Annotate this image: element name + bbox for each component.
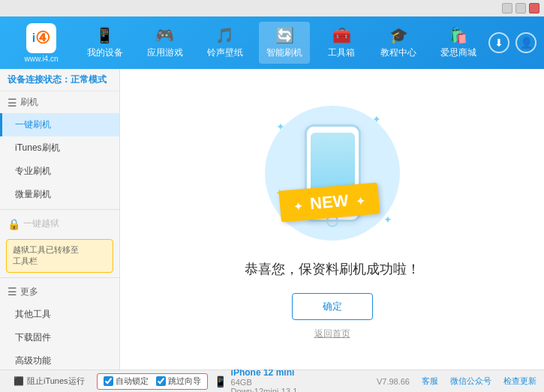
maximize-btn[interactable] (515, 3, 526, 13)
skip-wizard-label: 跳过向导 (168, 376, 201, 387)
jailbreak-section-icon: 🔒 (8, 218, 20, 230)
sparkle-icon-3: ✦ (383, 214, 392, 226)
status-label: 设备连接状态： (8, 74, 71, 85)
new-ribbon-stars-left: ✦ (293, 200, 302, 213)
skip-wizard-checkbox-item[interactable]: 跳过向导 (156, 376, 201, 387)
sparkle-icon-1: ✦ (276, 121, 285, 133)
jailbreak-info-text: 越狱工具已转移至工具栏 (13, 245, 79, 265)
nav-label-ringtones: 铃声壁纸 (207, 46, 243, 59)
nav-label-toolbox: 工具箱 (328, 46, 355, 59)
tutorials-icon: 🎓 (389, 26, 408, 44)
main-layout: 设备连接状态：正常模式 ☰ 刷机 一键刷机 iTunes刷机 专业刷机 微量刷机… (0, 69, 544, 370)
sidebar-item-itunes-flash[interactable]: iTunes刷机 (0, 136, 119, 160)
nav-items: 📱 我的设备 🎮 应用游戏 🎵 铃声壁纸 🔄 智能刷机 🧰 工具箱 🎓 教程中心… (75, 22, 488, 64)
flash-section-icon: ☰ (8, 97, 17, 109)
header-actions: ⬇ 👤 (488, 32, 536, 53)
bottom-right: V7.98.66 客服 微信公众号 检查更新 (377, 376, 536, 387)
nav-item-shop[interactable]: 🛍️ 爱思商城 (433, 22, 484, 64)
bottom-checkboxes: 自动锁定 跳过向导 (97, 373, 208, 390)
ringtones-icon: 🎵 (215, 26, 234, 44)
title-bar (0, 0, 544, 16)
sidebar-item-micro-flash[interactable]: 微量刷机 (0, 183, 119, 206)
return-link[interactable]: 返回首页 (314, 328, 350, 340)
new-ribbon-stars-right: ✦ (355, 195, 365, 208)
user-btn[interactable]: 👤 (515, 32, 536, 53)
logo-icon: i④ (26, 23, 56, 53)
new-badge-text: NEW (309, 191, 349, 213)
connection-status: 设备连接状态：正常模式 (0, 69, 119, 91)
apps-games-icon: 🎮 (155, 26, 174, 44)
itunes-status: ⬛ 阻止iTunes运行 (8, 376, 91, 387)
bottom-bar: ⬛ 阻止iTunes运行 自动锁定 跳过向导 📱 iPhone 12 mini … (0, 370, 544, 392)
flash-section-label: 刷机 (20, 96, 38, 109)
sidebar-section-flash: ☰ 刷机 (0, 91, 119, 113)
sidebar: 设备连接状态：正常模式 ☰ 刷机 一键刷机 iTunes刷机 专业刷机 微量刷机… (0, 69, 120, 370)
sidebar-item-one-key-flash[interactable]: 一键刷机 (0, 113, 119, 136)
nav-item-ringtones[interactable]: 🎵 铃声壁纸 (200, 22, 251, 64)
header: i④ www.i4.cn 📱 我的设备 🎮 应用游戏 🎵 铃声壁纸 🔄 智能刷机… (0, 16, 544, 69)
phone-illustration: ✦ ✦ ✦ ✦ NEW ✦ (265, 106, 400, 241)
device-info: 📱 iPhone 12 mini 64GB Down·12mini-13,1 (214, 367, 371, 393)
auto-lock-label: 自动锁定 (116, 376, 149, 387)
sidebar-section-more: ☰ 更多 (0, 281, 119, 303)
nav-label-smart-flash: 智能刷机 (266, 46, 302, 59)
success-message: 恭喜您，保资料刷机成功啦！ (245, 260, 420, 278)
download-btn[interactable]: ⬇ (488, 32, 509, 53)
check-update-link[interactable]: 检查更新 (503, 376, 536, 387)
auto-lock-checkbox[interactable] (104, 376, 113, 386)
more-section-icon: ☰ (8, 286, 17, 298)
sidebar-item-advanced[interactable]: 高级功能 (0, 349, 119, 370)
itunes-status-icon: ⬛ (14, 376, 24, 386)
toolbox-icon: 🧰 (332, 26, 351, 44)
nav-item-my-device[interactable]: 📱 我的设备 (80, 22, 131, 64)
nav-label-apps-games: 应用游戏 (147, 46, 183, 59)
customer-service-link[interactable]: 客服 (422, 376, 438, 387)
device-icon: 📱 (214, 376, 227, 388)
minimize-btn[interactable] (502, 3, 512, 13)
logo-text: www.i4.cn (24, 55, 58, 63)
my-device-icon: 📱 (95, 26, 114, 44)
sidebar-item-pro-flash[interactable]: 专业刷机 (0, 160, 119, 183)
sparkle-icon-2: ✦ (372, 113, 381, 125)
smart-flash-icon: 🔄 (275, 26, 294, 44)
auto-lock-checkbox-item[interactable]: 自动锁定 (104, 376, 149, 387)
logo-area: i④ www.i4.cn (8, 23, 75, 63)
device-details: iPhone 12 mini 64GB Down·12mini-13,1 (231, 367, 298, 393)
nav-label-tutorials: 教程中心 (380, 46, 416, 59)
sidebar-item-other-tools[interactable]: 其他工具 (0, 303, 119, 326)
hero-image: ✦ ✦ ✦ ✦ NEW ✦ (257, 98, 407, 248)
nav-item-smart-flash[interactable]: 🔄 智能刷机 (259, 22, 310, 64)
confirm-button[interactable]: 确定 (292, 293, 373, 320)
shop-icon: 🛍️ (449, 26, 467, 44)
close-btn[interactable] (529, 3, 539, 13)
device-storage: 64GB (231, 378, 298, 387)
jailbreak-section-label: 一键越狱 (23, 217, 59, 230)
nav-label-my-device: 我的设备 (87, 46, 123, 59)
jailbreak-info-box: 越狱工具已转移至工具栏 (6, 239, 113, 273)
sidebar-item-download-firmware[interactable]: 下载固件 (0, 326, 119, 349)
nav-label-shop: 爱思商城 (440, 46, 476, 59)
divider-2 (0, 277, 119, 278)
main-content: ✦ ✦ ✦ ✦ NEW ✦ 恭喜您，保资料刷机成功啦！ 确定 返回首页 (120, 69, 544, 370)
itunes-status-text: 阻止iTunes运行 (27, 376, 85, 387)
more-section-label: 更多 (20, 286, 38, 298)
nav-item-apps-games[interactable]: 🎮 应用游戏 (140, 22, 191, 64)
nav-item-toolbox[interactable]: 🧰 工具箱 (319, 22, 364, 64)
status-value: 正常模式 (71, 74, 107, 85)
nav-item-tutorials[interactable]: 🎓 教程中心 (373, 22, 424, 64)
sidebar-section-jailbreak: 🔒 一键越狱 (0, 213, 119, 235)
wechat-link[interactable]: 微信公众号 (450, 376, 491, 387)
version-text: V7.98.66 (377, 377, 410, 386)
skip-wizard-checkbox[interactable] (156, 376, 166, 386)
divider-1 (0, 209, 119, 210)
device-version: Down·12mini-13,1 (231, 387, 298, 393)
